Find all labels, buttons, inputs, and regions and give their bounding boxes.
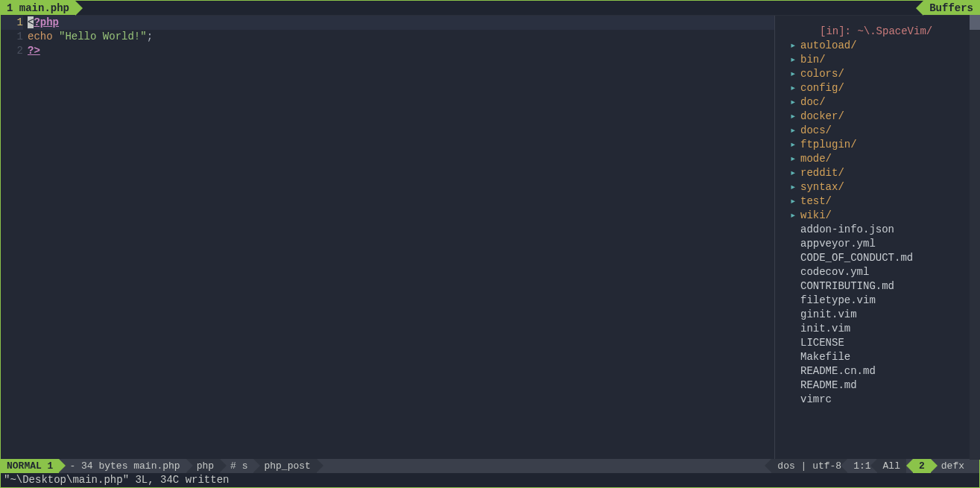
file-name: README.cn.md <box>790 364 876 378</box>
tree-folder[interactable]: ▸mode/ <box>775 152 979 166</box>
scrollbar-thumb[interactable] <box>970 15 980 30</box>
chevron-right-icon: ▸ <box>790 110 800 124</box>
tree-folder[interactable]: ▸colors/ <box>775 67 979 81</box>
tree-file[interactable]: vimrc <box>775 393 979 407</box>
keyword-echo: echo <box>28 31 53 42</box>
chevron-right-icon: ▸ <box>790 166 800 180</box>
code-line[interactable]: ?> <box>28 44 774 58</box>
php-open-tag: ?php <box>34 16 59 28</box>
line-number: 2 <box>1 44 23 58</box>
file-name: CONTRIBUTING.md <box>790 279 894 294</box>
tree-file[interactable]: CONTRIBUTING.md <box>775 279 979 294</box>
chevron-right-icon: ▸ <box>790 124 800 138</box>
folder-name: docker/ <box>800 110 844 124</box>
file-name: Makefile <box>790 350 850 364</box>
vim-mode: NORMAL 1 <box>1 459 59 473</box>
chevron-right-icon: ▸ <box>790 53 800 67</box>
file-name: init.vim <box>790 322 850 336</box>
tree-folder[interactable]: ▸doc/ <box>775 95 979 110</box>
line-number: 1 <box>1 16 23 30</box>
tree-folder[interactable]: ▸ftplugin/ <box>775 138 979 152</box>
string-literal: "Hello World!" <box>59 31 147 42</box>
semicolon: ; <box>147 31 153 42</box>
folder-name: reddit/ <box>800 166 844 180</box>
folder-name: test/ <box>800 194 832 209</box>
tree-folder[interactable]: ▸syntax/ <box>775 180 979 194</box>
tree-file[interactable]: appveyor.yml <box>775 237 979 251</box>
tree-root-path: [in]: ~\.SpaceVim/ <box>775 25 979 39</box>
file-name: LICENSE <box>790 336 844 350</box>
tree-folder[interactable]: ▸test/ <box>775 194 979 209</box>
chevron-right-icon: ▸ <box>790 194 800 209</box>
chevron-right-icon: ▸ <box>790 209 800 223</box>
code-line[interactable]: echo "Hello World!"; <box>28 30 774 44</box>
file-explorer[interactable]: [in]: ~\.SpaceVim/ ▸autoload/▸bin/▸color… <box>774 16 979 459</box>
tree-folder[interactable]: ▸config/ <box>775 81 979 95</box>
chevron-right-icon: ▸ <box>790 81 800 95</box>
file-name: addon-info.json <box>790 223 894 237</box>
tree-file[interactable]: README.md <box>775 378 979 393</box>
folder-name: ftplugin/ <box>800 138 857 152</box>
file-name: README.md <box>790 378 857 393</box>
code-line[interactable]: <?php <box>28 16 774 30</box>
file-name: filetype.vim <box>790 294 876 308</box>
tree-file[interactable]: Makefile <box>775 350 979 364</box>
defx-label: defx <box>931 459 979 473</box>
folder-name: syntax/ <box>800 180 844 194</box>
file-info: - 34 bytes main.php <box>59 459 186 473</box>
scrollbar[interactable] <box>970 15 980 460</box>
line-number: 1 <box>1 30 23 44</box>
tree-file[interactable]: CODE_OF_CONDUCT.md <box>775 251 979 265</box>
buffer-tab-main[interactable]: 1 main.php <box>1 1 75 15</box>
php-close-tag: ?> <box>28 45 40 57</box>
scroll-percent: All <box>877 459 906 473</box>
chevron-right-icon: ▸ <box>790 180 800 194</box>
folder-name: autoload/ <box>800 39 857 53</box>
file-name: vimrc <box>790 393 832 407</box>
tree-folder[interactable]: ▸docker/ <box>775 110 979 124</box>
tree-folder[interactable]: ▸bin/ <box>775 53 979 67</box>
code-content[interactable]: <?php echo "Hello World!"; ?> <box>28 16 774 459</box>
folder-name: wiki/ <box>800 209 832 223</box>
line-number-gutter: 1 1 2 <box>1 16 28 459</box>
file-name: CODE_OF_CONDUCT.md <box>790 251 913 265</box>
folder-name: doc/ <box>800 95 826 110</box>
file-format: dos | utf-8 <box>771 459 847 473</box>
tree-file[interactable]: init.vim <box>775 322 979 336</box>
tree-folder[interactable]: ▸docs/ <box>775 124 979 138</box>
chevron-right-icon: ▸ <box>790 67 800 81</box>
buffers-label[interactable]: Buffers <box>923 1 979 15</box>
chevron-right-icon: ▸ <box>790 152 800 166</box>
tree-folder[interactable]: ▸wiki/ <box>775 209 979 223</box>
folder-name: config/ <box>800 81 844 95</box>
chevron-right-icon: ▸ <box>790 39 800 53</box>
folder-name: bin/ <box>800 53 826 67</box>
tab-bar: 1 main.php Buffers <box>1 1 979 16</box>
php-post: php_post <box>253 459 316 473</box>
file-name: ginit.vim <box>790 308 857 322</box>
tree-folder[interactable]: ▸autoload/ <box>775 39 979 53</box>
code-editor[interactable]: 1 1 2 <?php echo "Hello World!"; ?> <box>1 16 774 459</box>
file-name: appveyor.yml <box>790 237 876 251</box>
chevron-right-icon: ▸ <box>790 138 800 152</box>
tree-file[interactable]: README.cn.md <box>775 364 979 378</box>
folder-name: colors/ <box>800 67 844 81</box>
command-line[interactable]: "~\Desktop\main.php" 3L, 34C written <box>1 473 979 487</box>
tree-file[interactable]: ginit.vim <box>775 308 979 322</box>
chevron-right-icon: ▸ <box>790 95 800 110</box>
status-line: NORMAL 1 - 34 bytes main.php php # s php… <box>1 459 979 473</box>
tree-file[interactable]: LICENSE <box>775 336 979 350</box>
tree-file[interactable]: filetype.vim <box>775 294 979 308</box>
file-name: codecov.yml <box>790 265 869 279</box>
folder-name: mode/ <box>800 152 832 166</box>
folder-name: docs/ <box>800 124 832 138</box>
tree-file[interactable]: addon-info.json <box>775 223 979 237</box>
tree-folder[interactable]: ▸reddit/ <box>775 166 979 180</box>
window-number: 2 <box>913 459 931 473</box>
tree-file[interactable]: codecov.yml <box>775 265 979 279</box>
